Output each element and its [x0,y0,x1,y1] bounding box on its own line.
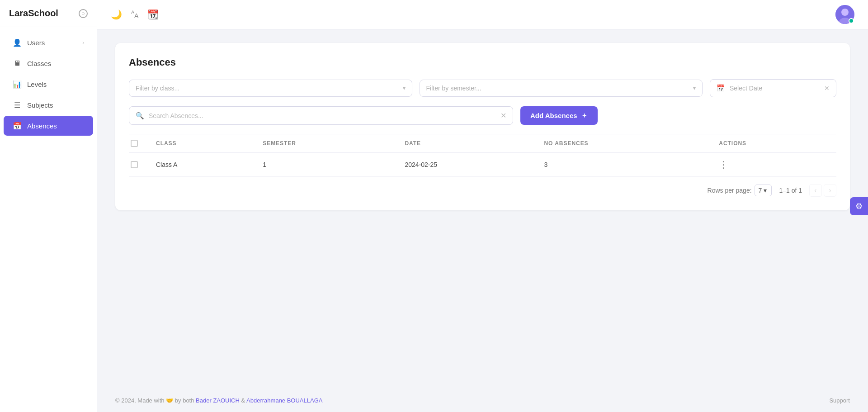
semester-filter-label: Filter by semester... [426,85,481,92]
sidebar-label-classes: Classes [27,60,51,67]
svg-point-1 [841,9,849,16]
search-clear-icon[interactable]: ✕ [500,111,506,120]
footer-author1-link[interactable]: Bader ZAOUICH [196,397,240,404]
calendar-filter-icon: 📅 [717,84,725,92]
sidebar-item-subjects[interactable]: ☰ Subjects [4,95,93,115]
class-filter-label: Filter by class... [136,85,179,92]
table-row: Class A 1 2024-02-25 3 ⋮ [129,153,836,177]
sidebar-label-levels: Levels [27,81,47,88]
class-filter-arrow-icon: ▾ [403,85,406,91]
sidebar: LaraSchool ○ 👤 Users › 🖥 Classes 📊 Level… [0,0,97,412]
add-absences-plus-icon: ＋ [581,111,588,120]
table-col-class: CLASS [149,134,255,153]
sidebar-label-users: Users [27,39,45,47]
sidebar-item-classes[interactable]: 🖥 Classes [4,53,93,73]
translate-icon[interactable]: ᴬA [131,9,138,19]
table-col-actions: ACTIONS [712,134,836,153]
filters-row: Filter by class... ▾ Filter by semester.… [129,79,836,97]
rows-select-arrow-icon: ▾ [764,187,767,194]
date-filter[interactable]: 📅 Select Date ✕ [710,79,836,97]
main-area: 🌙 ᴬA 📆 Absences Filter by class... [97,0,868,412]
settings-fab-icon: ⚙ [855,201,863,211]
rows-per-page: Rows per page: 7 ▾ [708,185,772,196]
pagination-row: Rows per page: 7 ▾ 1–1 of 1 ‹ › [129,184,836,197]
class-filter[interactable]: Filter by class... ▾ [129,80,412,97]
row-date-0: 2024-02-25 [397,153,537,177]
rows-per-page-label: Rows per page: [708,187,752,194]
footer-and: & [241,397,247,404]
sidebar-item-absences[interactable]: 📅 Absences [4,116,93,136]
absences-card: Absences Filter by class... ▾ Filter by … [115,43,850,210]
table-col-semester: SEMESTER [255,134,397,153]
row-noabsences-0: 3 [537,153,712,177]
footer-copyright-text: © 2024, Made with 🤝 by both [115,397,194,404]
footer-support[interactable]: Support [829,397,850,404]
row-semester-0: 1 [255,153,397,177]
search-box: 🔍 ✕ [129,106,513,125]
next-page-button[interactable]: › [824,184,836,197]
page-title: Absences [129,57,836,68]
user-avatar[interactable] [835,5,854,24]
prev-page-button[interactable]: ‹ [809,184,822,197]
table-header-checkbox [129,134,149,153]
sidebar-circle-icon[interactable]: ○ [79,9,88,18]
sidebar-arrow-users: › [82,40,84,45]
sidebar-item-levels[interactable]: 📊 Levels [4,74,93,94]
footer-author2-link[interactable]: Abderrahmane BOUALLAGA [246,397,322,404]
top-bar-left: 🌙 ᴬA 📆 [111,9,159,20]
page-nav: ‹ › [809,184,836,197]
rows-per-page-value: 7 [759,187,762,194]
table-body: Class A 1 2024-02-25 3 ⋮ [129,153,836,177]
theme-icon[interactable]: 🌙 [111,9,122,20]
settings-fab-button[interactable]: ⚙ [850,197,868,215]
row-class-0: Class A [149,153,255,177]
add-absences-label: Add Absences [530,112,577,119]
semester-filter[interactable]: Filter by semester... ▾ [420,80,703,97]
calendar-top-icon[interactable]: 📆 [147,9,159,20]
sidebar-icon-subjects: ☰ [13,100,22,109]
table-col-noabsences: NO ABSENCES [537,134,712,153]
row-select-checkbox-0[interactable] [131,161,138,168]
sidebar-label-subjects: Subjects [27,101,53,109]
sidebar-icon-classes: 🖥 [13,59,22,68]
sidebar-icon-users: 👤 [13,38,22,47]
row-actions-menu-0[interactable]: ⋮ [719,160,729,170]
sidebar-label-absences: Absences [27,122,57,130]
add-absences-button[interactable]: Add Absences ＋ [520,106,598,125]
table-header: CLASS SEMESTER DATE NO ABSENCES ACTIONS [129,134,836,153]
semester-filter-arrow-icon: ▾ [693,85,696,91]
rows-per-page-select[interactable]: 7 ▾ [755,185,772,196]
absences-table: CLASS SEMESTER DATE NO ABSENCES ACTIONS … [129,134,836,177]
row-actions-0: ⋮ [712,153,836,177]
row-checkbox-0 [129,153,149,177]
search-input[interactable] [149,112,496,119]
sidebar-icon-absences: 📅 [13,121,22,130]
footer: © 2024, Made with 🤝 by both Bader ZAOUIC… [97,389,868,412]
app-name: LaraSchool [9,8,58,19]
search-add-row: 🔍 ✕ Add Absences ＋ [129,106,836,125]
top-bar: 🌙 ᴬA 📆 [97,0,868,29]
table-col-date: DATE [397,134,537,153]
header-checkbox[interactable] [131,140,138,147]
search-icon: 🔍 [136,112,144,120]
sidebar-icon-levels: 📊 [13,80,22,89]
sidebar-logo: LaraSchool ○ [0,0,97,27]
main-content: Absences Filter by class... ▾ Filter by … [97,29,868,389]
footer-copyright: © 2024, Made with 🤝 by both Bader ZAOUIC… [115,397,322,404]
sidebar-item-users[interactable]: 👤 Users › [4,33,93,52]
page-info: 1–1 of 1 [779,187,802,194]
sidebar-nav: 👤 Users › 🖥 Classes 📊 Levels ☰ Subjects … [0,32,97,137]
avatar-status-dot [849,18,854,24]
date-filter-clear-icon[interactable]: ✕ [824,85,830,92]
date-filter-label: Select Date [730,85,762,92]
